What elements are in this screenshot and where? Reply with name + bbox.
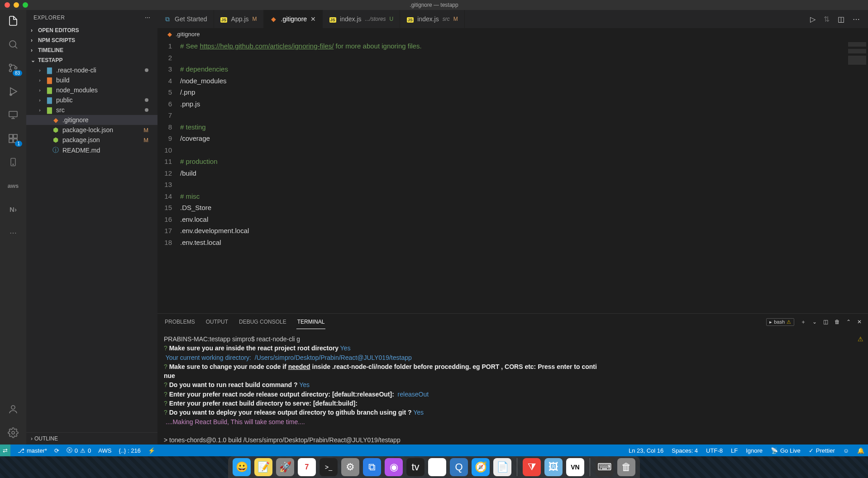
main-area: ⧉Get StartedJSApp.jsM◆.gitignore✕JSindex… xyxy=(157,10,868,445)
section-npm-scripts[interactable]: ›NPM SCRIPTS xyxy=(26,35,157,45)
section-workspace[interactable]: ⌄TESTAPP xyxy=(26,55,157,65)
dock-launchpad[interactable]: 🚀 xyxy=(276,458,294,476)
encoding[interactable]: UTF-8 xyxy=(706,447,723,454)
notifications-icon[interactable]: 🔔 xyxy=(857,447,864,454)
git-branch[interactable]: ⎇ master* xyxy=(18,447,47,454)
tab-app-js[interactable]: JSApp.jsM xyxy=(214,10,264,28)
new-terminal-icon[interactable]: ＋ xyxy=(801,318,806,326)
split-editor-icon[interactable]: ◫ xyxy=(838,15,844,24)
dock-terminal2[interactable]: ⌨ xyxy=(596,458,614,476)
dock-podcasts[interactable]: ◉ xyxy=(385,458,403,476)
tree-item-package-json[interactable]: ⬢package.jsonM xyxy=(26,135,157,145)
nx-icon[interactable]: N› xyxy=(7,203,19,215)
search-icon[interactable] xyxy=(7,38,19,51)
explorer-icon[interactable] xyxy=(7,14,19,27)
tree-item-readme-md[interactable]: ⓘREADME.md xyxy=(26,145,157,156)
tab-more-icon[interactable]: ⋯ xyxy=(853,15,860,24)
go-live[interactable]: 📡 Go Live xyxy=(771,447,801,454)
dock-safari[interactable]: 🧭 xyxy=(472,458,490,476)
source-control-icon[interactable]: 83 xyxy=(7,62,19,74)
dock-chrome[interactable]: ◯ xyxy=(428,458,446,476)
dock-finder[interactable]: 😀 xyxy=(233,458,251,476)
tab-debug-console[interactable]: DEBUG CONSOLE xyxy=(238,315,287,329)
activity-bar: 83 1 aws N› ⋯ xyxy=(0,10,26,445)
section-open-editors[interactable]: ›OPEN EDITORS xyxy=(26,25,157,35)
dock-vn[interactable]: VN xyxy=(566,458,584,476)
tab-problems[interactable]: PROBLEMS xyxy=(164,315,196,329)
close-tab-icon[interactable]: ✕ xyxy=(310,15,316,23)
dock-trash[interactable]: 🗑 xyxy=(617,458,635,476)
aws-icon[interactable]: aws xyxy=(7,179,19,192)
remote-indicator[interactable]: ⇄ xyxy=(0,445,10,456)
aws-status[interactable]: AWS xyxy=(98,447,111,454)
tab--gitignore[interactable]: ◆.gitignore✕ xyxy=(264,10,323,28)
run-icon[interactable]: ▷ xyxy=(810,15,816,24)
shell-selector[interactable]: ▸ bash ⚠ xyxy=(766,318,794,326)
svg-point-1 xyxy=(10,64,12,67)
svg-point-11 xyxy=(13,164,14,165)
minimize-window-button[interactable] xyxy=(14,2,19,8)
close-window-button[interactable] xyxy=(5,2,10,8)
dock-vscode[interactable]: ⧉ xyxy=(363,458,381,476)
section-outline[interactable]: ›OUTLINE xyxy=(26,432,157,445)
explorer-more-icon[interactable]: ⋯ xyxy=(145,14,151,21)
cursor-position[interactable]: Ln 23, Col 16 xyxy=(629,447,663,454)
file-tree: ›▇.react-node-cli›▇build›▇node_modules›▇… xyxy=(26,65,157,432)
svg-point-12 xyxy=(11,406,15,409)
tree-item-package-lock-json[interactable]: ⬢package-lock.jsonM xyxy=(26,125,157,135)
kill-terminal-icon[interactable]: 🗑 xyxy=(835,319,840,325)
dock-anydesk[interactable]: ⧩ xyxy=(523,458,541,476)
tree-item-build[interactable]: ›▇build xyxy=(26,75,157,85)
terminal-dropdown-icon[interactable]: ⌄ xyxy=(812,319,817,325)
tab-output[interactable]: OUTPUT xyxy=(205,315,229,329)
tree-item-public[interactable]: ›▇public xyxy=(26,95,157,105)
dock-terminal[interactable]: >_ xyxy=(320,458,338,476)
lightning-icon[interactable]: ⚡ xyxy=(148,447,155,454)
bottom-panel: PROBLEMS OUTPUT DEBUG CONSOLE TERMINAL ▸… xyxy=(157,313,868,445)
minimap[interactable] xyxy=(836,40,868,313)
section-timeline[interactable]: ›TIMELINE xyxy=(26,45,157,55)
tree-item-node-modules[interactable]: ›▇node_modules xyxy=(26,85,157,95)
indentation[interactable]: Spaces: 4 xyxy=(672,447,698,454)
dock-quicktime[interactable]: Q xyxy=(450,458,468,476)
sync-icon[interactable]: ⟳ xyxy=(54,447,59,454)
tab-get-started[interactable]: ⧉Get Started xyxy=(157,10,214,28)
accounts-icon[interactable] xyxy=(7,403,19,416)
extensions-icon[interactable]: 1 xyxy=(7,132,19,145)
bracket-status[interactable]: {..} : 216 xyxy=(119,447,140,454)
diff-icon[interactable]: ⇅ xyxy=(824,15,830,24)
dock-notes[interactable]: 📝 xyxy=(254,458,272,476)
dock-tv[interactable]: tv xyxy=(406,458,424,476)
settings-icon[interactable] xyxy=(7,426,19,439)
language-mode[interactable]: Ignore xyxy=(746,447,763,454)
more-icon[interactable]: ⋯ xyxy=(7,226,19,239)
editor[interactable]: 123456789101112131415161718 # See https:… xyxy=(157,40,868,313)
code-content[interactable]: # See https://help.github.com/articles/i… xyxy=(180,40,836,313)
titlebar: .gitignore — testapp xyxy=(0,0,868,10)
tab-index-js[interactable]: JSindex.jssrcM xyxy=(400,10,464,28)
terminal-content[interactable]: ⚠ PRABINS-MAC:testapp simpro$ react-node… xyxy=(157,330,868,445)
tab-index-js[interactable]: JSindex.js.../storesU xyxy=(323,10,400,28)
run-debug-icon[interactable] xyxy=(7,85,19,98)
tree-item--react-node-cli[interactable]: ›▇.react-node-cli xyxy=(26,65,157,75)
dock-preview[interactable]: 🖼 xyxy=(544,458,563,476)
breadcrumb[interactable]: ◆.gitignore xyxy=(157,28,868,40)
device-icon[interactable] xyxy=(7,156,19,168)
tab-terminal[interactable]: TERMINAL xyxy=(296,315,326,329)
eol[interactable]: LF xyxy=(731,447,738,454)
prettier-status[interactable]: ✓ Prettier xyxy=(809,447,835,454)
dock-settings[interactable]: ⚙ xyxy=(341,458,359,476)
problems-count[interactable]: ⓧ 0 ⚠ 0 xyxy=(67,446,91,454)
split-terminal-icon[interactable]: ◫ xyxy=(823,319,828,325)
tree-item--gitignore[interactable]: ◆.gitignore xyxy=(26,115,157,125)
dock-textedit[interactable]: 📄 xyxy=(493,458,511,476)
remote-explorer-icon[interactable] xyxy=(7,109,19,121)
maximize-window-button[interactable] xyxy=(23,2,28,8)
maximize-panel-icon[interactable]: ⌃ xyxy=(846,319,851,325)
tree-item-src[interactable]: ›▇src xyxy=(26,105,157,115)
svg-rect-5 xyxy=(9,111,17,117)
close-panel-icon[interactable]: ✕ xyxy=(857,319,862,325)
svg-rect-6 xyxy=(9,134,13,138)
feedback-icon[interactable]: ☺ xyxy=(843,447,849,454)
dock-calendar[interactable]: 7 xyxy=(298,458,316,476)
